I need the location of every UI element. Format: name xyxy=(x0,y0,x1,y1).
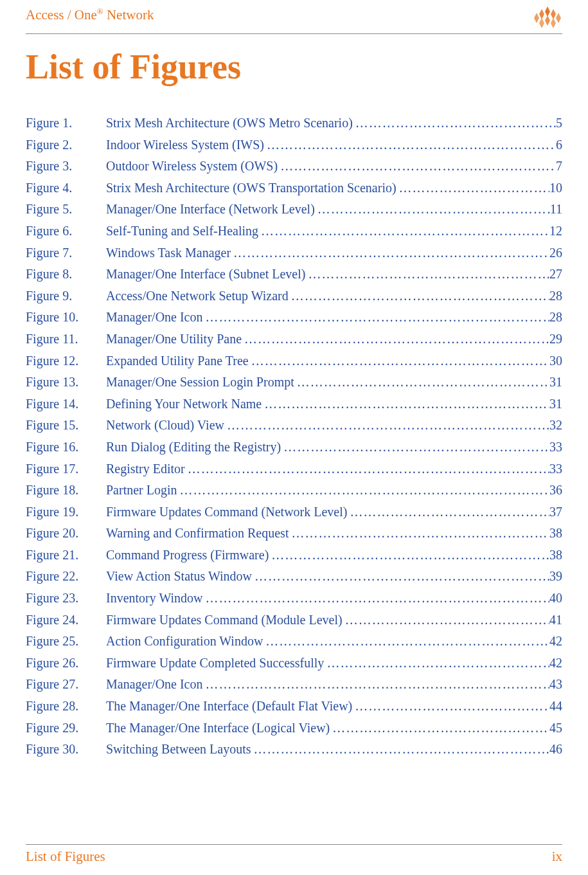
figure-label: Figure 25. xyxy=(26,631,106,653)
figure-entry[interactable]: Figure 24.Firmware Updates Command (Modu… xyxy=(26,609,562,631)
leader-dots xyxy=(396,177,549,199)
figure-text: Defining Your Network Name xyxy=(106,393,262,415)
leader-dots xyxy=(343,609,549,631)
figure-text: Command Progress (Firmware) xyxy=(106,545,269,566)
figure-page: 38 xyxy=(549,545,562,566)
figure-label: Figure 30. xyxy=(26,739,106,761)
header-reg-mark: ® xyxy=(97,6,103,16)
figure-text: Network (Cloud) View xyxy=(106,415,224,437)
figure-entry[interactable]: Figure 16.Run Dialog (Editing the Regist… xyxy=(26,437,562,458)
figure-label: Figure 11. xyxy=(26,329,106,350)
figure-page: 38 xyxy=(549,523,562,545)
figure-text: Run Dialog (Editing the Registry) xyxy=(106,437,281,458)
figures-list: Figure 1.Strix Mesh Architecture (OWS Me… xyxy=(26,113,562,761)
leader-dots xyxy=(264,134,556,156)
leader-dots xyxy=(353,113,556,134)
figure-label: Figure 23. xyxy=(26,588,106,609)
figure-label: Figure 5. xyxy=(26,199,106,221)
leader-dots xyxy=(352,696,549,717)
figure-entry[interactable]: Figure 23.Inventory Window40 xyxy=(26,588,562,609)
leader-dots xyxy=(185,458,549,480)
leader-dots xyxy=(231,242,549,264)
figure-entry[interactable]: Figure 17.Registry Editor33 xyxy=(26,458,562,480)
figure-label: Figure 18. xyxy=(26,480,106,501)
figure-entry[interactable]: Figure 2.Indoor Wireless System (IWS)6 xyxy=(26,134,562,156)
figure-label: Figure 10. xyxy=(26,307,106,329)
figure-page: 12 xyxy=(549,221,562,242)
leader-dots xyxy=(252,566,549,588)
figure-entry[interactable]: Figure 25.Action Configuration Window42 xyxy=(26,631,562,653)
figure-text: Registry Editor xyxy=(106,458,185,480)
figure-entry[interactable]: Figure 19.Firmware Updates Command (Netw… xyxy=(26,501,562,523)
leader-dots xyxy=(305,264,549,285)
figure-entry[interactable]: Figure 29.The Manager/One Interface (Log… xyxy=(26,717,562,739)
figure-page: 44 xyxy=(549,696,562,717)
figure-page: 33 xyxy=(549,458,562,480)
figure-entry[interactable]: Figure 28.The Manager/One Interface (Def… xyxy=(26,696,562,717)
figure-text: Manager/One Icon xyxy=(106,674,203,696)
figure-label: Figure 22. xyxy=(26,566,106,588)
figure-label: Figure 24. xyxy=(26,609,106,631)
leader-dots xyxy=(263,631,549,653)
header-brand: Access / One xyxy=(26,7,97,23)
figure-label: Figure 6. xyxy=(26,221,106,242)
figure-page: 31 xyxy=(549,372,562,393)
figure-text: Outdoor Wireless System (OWS) xyxy=(106,156,278,177)
figure-entry[interactable]: Figure 7.Windows Task Manager26 xyxy=(26,242,562,264)
figure-text: Windows Task Manager xyxy=(106,242,231,264)
figure-label: Figure 3. xyxy=(26,156,106,177)
leader-dots xyxy=(324,653,549,674)
figure-page: 30 xyxy=(549,350,562,372)
figure-entry[interactable]: Figure 4.Strix Mesh Architecture (OWS Tr… xyxy=(26,177,562,199)
figure-entry[interactable]: Figure 12.Expanded Utility Pane Tree30 xyxy=(26,350,562,372)
figure-entry[interactable]: Figure 13.Manager/One Session Login Prom… xyxy=(26,372,562,393)
leader-dots xyxy=(242,329,549,350)
figure-entry[interactable]: Figure 30.Switching Between Layouts46 xyxy=(26,739,562,761)
figure-label: Figure 15. xyxy=(26,415,106,437)
figure-entry[interactable]: Figure 22.View Action Status Window39 xyxy=(26,566,562,588)
figure-entry[interactable]: Figure 27.Manager/One Icon43 xyxy=(26,674,562,696)
figure-label: Figure 21. xyxy=(26,545,106,566)
figure-page: 28 xyxy=(549,285,562,307)
figure-entry[interactable]: Figure 14.Defining Your Network Name31 xyxy=(26,393,562,415)
figure-page: 32 xyxy=(549,415,562,437)
figure-entry[interactable]: Figure 11.Manager/One Utility Pane29 xyxy=(26,329,562,350)
figure-page: 28 xyxy=(549,307,562,329)
figure-entry[interactable]: Figure 9.Access/One Network Setup Wizard… xyxy=(26,285,562,307)
leader-dots xyxy=(251,739,549,761)
figure-entry[interactable]: Figure 10.Manager/One Icon28 xyxy=(26,307,562,329)
figure-page: 41 xyxy=(549,609,562,631)
figure-page: 6 xyxy=(556,134,562,156)
figure-label: Figure 2. xyxy=(26,134,106,156)
header-suffix: Network xyxy=(103,7,154,23)
page-footer: List of Figures ix xyxy=(26,844,562,865)
footer-left: List of Figures xyxy=(26,849,105,865)
figure-entry[interactable]: Figure 20.Warning and Confirmation Reque… xyxy=(26,523,562,545)
figure-text: The Manager/One Interface (Default Flat … xyxy=(106,696,352,717)
figure-text: Firmware Updates Command (Network Level) xyxy=(106,501,347,523)
figure-text: Access/One Network Setup Wizard xyxy=(106,285,289,307)
figure-label: Figure 13. xyxy=(26,372,106,393)
figure-text: Firmware Updates Command (Module Level) xyxy=(106,609,343,631)
figure-entry[interactable]: Figure 5.Manager/One Interface (Network … xyxy=(26,199,562,221)
footer-right: ix xyxy=(552,849,562,865)
figure-entry[interactable]: Figure 21.Command Progress (Firmware)38 xyxy=(26,545,562,566)
figure-label: Figure 7. xyxy=(26,242,106,264)
leader-dots xyxy=(281,437,549,458)
figure-entry[interactable]: Figure 8.Manager/One Interface (Subnet L… xyxy=(26,264,562,285)
figure-label: Figure 14. xyxy=(26,393,106,415)
leader-dots xyxy=(177,480,549,501)
leader-dots xyxy=(262,393,549,415)
figure-text: Warning and Confirmation Request xyxy=(106,523,289,545)
figure-entry[interactable]: Figure 26.Firmware Update Completed Succ… xyxy=(26,653,562,674)
figure-entry[interactable]: Figure 6.Self-Tuning and Self-Healing12 xyxy=(26,221,562,242)
figure-entry[interactable]: Figure 15.Network (Cloud) View32 xyxy=(26,415,562,437)
figure-label: Figure 1. xyxy=(26,113,106,134)
leader-dots xyxy=(278,156,556,177)
figure-entry[interactable]: Figure 3.Outdoor Wireless System (OWS)7 xyxy=(26,156,562,177)
leader-dots xyxy=(330,717,549,739)
figure-text: Manager/One Session Login Prompt xyxy=(106,372,294,393)
figure-text: Self-Tuning and Self-Healing xyxy=(106,221,258,242)
figure-entry[interactable]: Figure 1.Strix Mesh Architecture (OWS Me… xyxy=(26,113,562,134)
figure-entry[interactable]: Figure 18.Partner Login36 xyxy=(26,480,562,501)
